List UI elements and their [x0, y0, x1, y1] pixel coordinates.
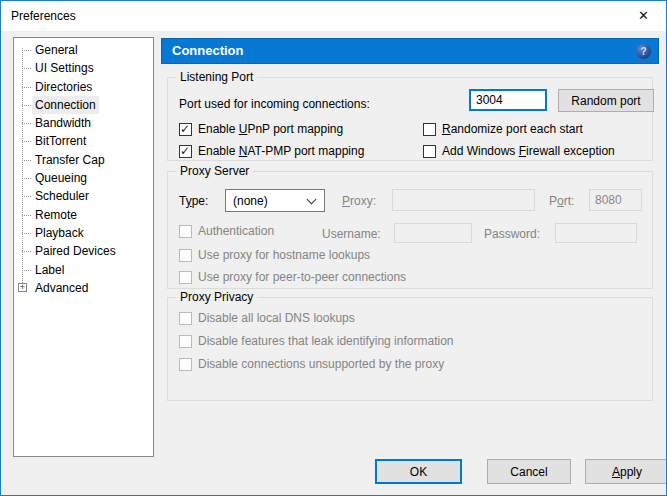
- checkbox-label: Use proxy for peer-to-peer connections: [198, 270, 406, 284]
- checkbox-disable-identifying-features: Disable features that leak identifying i…: [179, 334, 453, 348]
- checkbox-unchecked-icon: [179, 335, 192, 348]
- close-icon[interactable]: ✕: [621, 1, 666, 30]
- sidebar-item-scheduler[interactable]: Scheduler: [14, 187, 153, 205]
- sidebar-item-general[interactable]: General: [14, 41, 153, 59]
- username-input: [394, 223, 472, 243]
- group-title: Listening Port: [176, 70, 257, 84]
- help-icon[interactable]: ?: [636, 44, 651, 59]
- sidebar-item-label: Label: [32, 261, 67, 279]
- sidebar-item-playback[interactable]: Playback: [14, 224, 153, 242]
- ok-button[interactable]: OK: [375, 459, 462, 484]
- checkbox-proxy-hostname-lookups: Use proxy for hostname lookups: [179, 248, 370, 262]
- checkbox-firewall-exception[interactable]: Add Windows Firewall exception: [423, 144, 615, 158]
- sidebar-item-label: Transfer Cap: [32, 151, 108, 169]
- sidebar-item-label[interactable]: Label: [14, 261, 153, 279]
- checkbox-authentication: Authentication: [179, 224, 274, 238]
- port-input[interactable]: [469, 89, 547, 111]
- checkbox-label: Authentication: [198, 224, 274, 238]
- checkbox-enable-natpmp[interactable]: Enable NAT-PMP port mapping: [179, 144, 364, 158]
- tree-list: General UI Settings Directories Connecti…: [14, 38, 153, 297]
- sidebar-item-remote[interactable]: Remote: [14, 206, 153, 224]
- checkbox-label: Add Windows Firewall exception: [442, 144, 615, 158]
- checkbox-unchecked-icon: [423, 123, 436, 136]
- preferences-dialog: Preferences ✕ General UI Settings Direct…: [0, 0, 667, 496]
- checkbox-unchecked-icon: [179, 271, 192, 284]
- sidebar-item-paired-devices[interactable]: Paired Devices: [14, 242, 153, 260]
- sidebar-item-ui-settings[interactable]: UI Settings: [14, 59, 153, 77]
- sidebar-item-label: Bandwidth: [32, 114, 94, 132]
- sidebar-item-advanced[interactable]: + Advanced: [14, 279, 153, 297]
- sidebar-item-label: Advanced: [32, 279, 91, 297]
- proxy-type-label: Type:: [179, 194, 208, 208]
- sidebar-item-label: Playback: [32, 224, 87, 242]
- sidebar-item-queueing[interactable]: Queueing: [14, 169, 153, 187]
- password-label: Password:: [484, 227, 540, 241]
- settings-tree: General UI Settings Directories Connecti…: [13, 37, 154, 457]
- sidebar-item-label: UI Settings: [32, 59, 97, 77]
- checkbox-checked-icon: [179, 123, 192, 136]
- checkbox-label: Disable features that leak identifying i…: [198, 334, 453, 348]
- checkbox-disable-unsupported-connections: Disable connections unsupported by the p…: [179, 357, 444, 371]
- proxy-type-select[interactable]: (none): [225, 189, 325, 212]
- proxy-server-group: Proxy Server Type: (none) Proxy: Port: A…: [167, 171, 653, 289]
- checkbox-checked-icon: [179, 145, 192, 158]
- page-title: Connection: [172, 43, 244, 58]
- group-title: Proxy Server: [176, 164, 253, 178]
- random-port-button[interactable]: Random port: [558, 89, 654, 112]
- proxy-port-label: Port:: [549, 194, 574, 208]
- sidebar-item-label: Queueing: [32, 169, 90, 187]
- checkbox-enable-upnp[interactable]: Enable UPnP port mapping: [179, 122, 343, 136]
- incoming-port-label: Port used for incoming connections:: [179, 97, 370, 111]
- listening-port-group: Listening Port Port used for incoming co…: [167, 77, 653, 161]
- checkbox-randomize-port[interactable]: Randomize port each start: [423, 122, 583, 136]
- sidebar-item-label: Connection: [32, 96, 99, 114]
- proxy-host-label: Proxy:: [342, 194, 376, 208]
- checkbox-label: Disable all local DNS lookups: [198, 311, 355, 325]
- title-bar: Preferences ✕: [1, 1, 666, 31]
- sidebar-item-label: Directories: [32, 78, 95, 96]
- checkbox-disable-dns-lookups: Disable all local DNS lookups: [179, 311, 355, 325]
- selected-option: (none): [233, 194, 268, 208]
- checkbox-unchecked-icon: [179, 358, 192, 371]
- checkbox-unchecked-icon: [179, 225, 192, 238]
- checkbox-unchecked-icon: [179, 312, 192, 325]
- sidebar-item-bandwidth[interactable]: Bandwidth: [14, 114, 153, 132]
- checkbox-label: Randomize port each start: [442, 122, 583, 136]
- sidebar-item-label: Paired Devices: [32, 242, 119, 260]
- checkbox-label: Enable UPnP port mapping: [198, 122, 343, 136]
- checkbox-unchecked-icon: [423, 145, 436, 158]
- sidebar-item-connection[interactable]: Connection: [14, 96, 153, 114]
- proxy-privacy-group: Proxy Privacy Disable all local DNS look…: [167, 297, 653, 401]
- checkbox-label: Enable NAT-PMP port mapping: [198, 144, 364, 158]
- proxy-port-input: [589, 189, 642, 211]
- apply-button[interactable]: Apply: [585, 459, 667, 484]
- sidebar-item-transfer-cap[interactable]: Transfer Cap: [14, 151, 153, 169]
- proxy-host-input: [392, 189, 535, 211]
- checkbox-proxy-p2p-connections: Use proxy for peer-to-peer connections: [179, 270, 406, 284]
- page-header: Connection ?: [161, 38, 659, 64]
- sidebar-item-label: Scheduler: [32, 187, 92, 205]
- expand-plus-icon[interactable]: +: [18, 283, 27, 292]
- chevron-down-icon: [307, 195, 317, 205]
- checkbox-label: Disable connections unsupported by the p…: [198, 357, 444, 371]
- checkbox-label: Use proxy for hostname lookups: [198, 248, 370, 262]
- sidebar-item-bittorrent[interactable]: BitTorrent: [14, 132, 153, 150]
- sidebar-item-label: BitTorrent: [32, 132, 89, 150]
- username-label: Username:: [322, 227, 381, 241]
- password-input: [555, 223, 637, 243]
- sidebar-item-directories[interactable]: Directories: [14, 78, 153, 96]
- checkbox-unchecked-icon: [179, 249, 192, 262]
- cancel-button[interactable]: Cancel: [487, 459, 571, 484]
- group-title: Proxy Privacy: [176, 290, 257, 304]
- sidebar-item-label: Remote: [32, 206, 80, 224]
- window-title: Preferences: [11, 9, 76, 23]
- sidebar-item-label: General: [32, 41, 81, 59]
